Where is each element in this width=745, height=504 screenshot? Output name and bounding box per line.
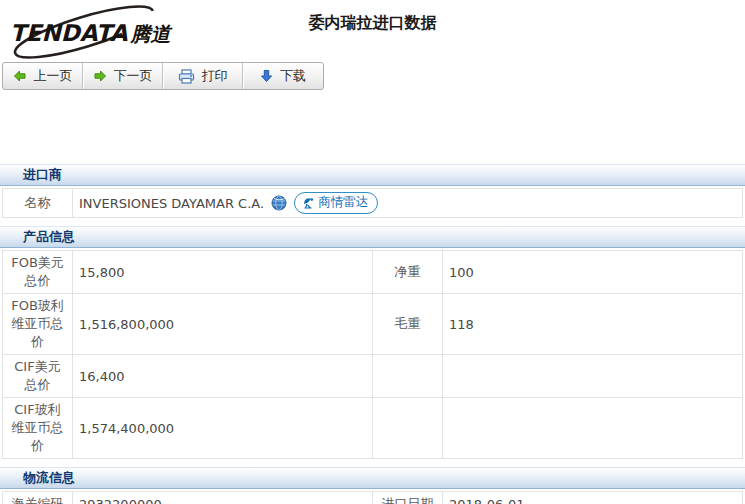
section-header-product: 产品信息 <box>0 226 745 248</box>
toolbar: 上一页 下一页 打印 下载 <box>2 62 324 90</box>
page-header: TENDATA腾道 委内瑞拉进口数据 <box>0 0 745 58</box>
radar-icon <box>302 197 315 209</box>
table-row: FOB美元总价 15,800 净重 100 <box>3 251 743 294</box>
field-value: 100 <box>443 251 743 294</box>
field-label: 进口日期 <box>373 492 443 504</box>
printer-icon <box>178 69 195 84</box>
section-header-importer: 进口商 <box>0 164 745 186</box>
field-value: 1,516,800,000 <box>73 294 373 355</box>
business-radar-label: 商情雷达 <box>318 194 368 211</box>
table-row: CIF美元总价 16,400 <box>3 355 743 398</box>
table-row: CIF玻利维亚币总价 1,574,400,000 <box>3 398 743 459</box>
importer-name-cell: INVERSIONES DAYAMAR C.A. 商情雷达 <box>73 189 743 218</box>
download-button[interactable]: 下载 <box>243 63 323 89</box>
section-header-logistics: 物流信息 <box>0 467 745 489</box>
field-label: CIF玻利维亚币总价 <box>3 398 73 459</box>
importer-table: 名称 INVERSIONES DAYAMAR C.A. 商情雷达 <box>2 188 743 218</box>
table-row: 海关编码 2932200000 进口日期 2018-06-01 <box>3 492 743 504</box>
table-row: FOB玻利维亚币总价 1,516,800,000 毛重 118 <box>3 294 743 355</box>
field-value <box>443 398 743 459</box>
arrow-left-icon <box>13 69 27 83</box>
field-value: 2932200000 <box>73 492 373 504</box>
arrow-down-icon <box>260 69 273 83</box>
field-label: 毛重 <box>373 294 443 355</box>
download-label: 下载 <box>280 67 306 85</box>
field-value: 15,800 <box>73 251 373 294</box>
prev-page-label: 上一页 <box>34 67 73 85</box>
field-value: 2018-06-01 <box>443 492 743 504</box>
globe-icon[interactable] <box>271 195 287 211</box>
field-label: FOB美元总价 <box>3 251 73 294</box>
importer-name-value: INVERSIONES DAYAMAR C.A. <box>79 196 264 211</box>
field-value: 1,574,400,000 <box>73 398 373 459</box>
print-label: 打印 <box>202 67 228 85</box>
field-label: 海关编码 <box>3 492 73 504</box>
field-value <box>443 355 743 398</box>
field-label: CIF美元总价 <box>3 355 73 398</box>
business-radar-button[interactable]: 商情雷达 <box>294 192 378 214</box>
logistics-table: 海关编码 2932200000 进口日期 2018-06-01 章节 29 运输… <box>2 491 743 504</box>
page-title: 委内瑞拉进口数据 <box>0 13 745 34</box>
next-page-button[interactable]: 下一页 <box>83 63 163 89</box>
next-page-label: 下一页 <box>114 67 153 85</box>
field-label: 净重 <box>373 251 443 294</box>
product-table: FOB美元总价 15,800 净重 100 FOB玻利维亚币总价 1,516,8… <box>2 250 743 459</box>
field-value: 118 <box>443 294 743 355</box>
print-button[interactable]: 打印 <box>163 63 243 89</box>
arrow-right-icon <box>93 69 107 83</box>
field-label: FOB玻利维亚币总价 <box>3 294 73 355</box>
field-value: 16,400 <box>73 355 373 398</box>
prev-page-button[interactable]: 上一页 <box>3 63 83 89</box>
table-row: 名称 INVERSIONES DAYAMAR C.A. 商情雷达 <box>3 189 743 218</box>
field-label <box>373 398 443 459</box>
importer-name-label: 名称 <box>3 189 73 218</box>
field-label <box>373 355 443 398</box>
